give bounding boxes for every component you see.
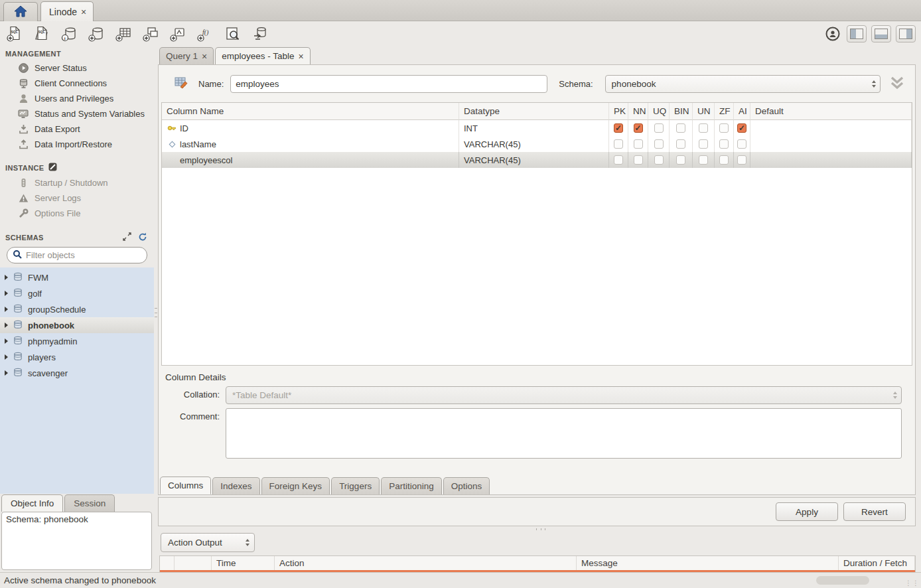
flag-checkbox[interactable] xyxy=(676,123,685,133)
datatype-cell[interactable]: INT xyxy=(459,120,609,136)
default-cell[interactable] xyxy=(750,152,912,168)
home-tab[interactable] xyxy=(3,2,38,21)
data-transfer-icon[interactable] xyxy=(250,25,269,42)
grid-header-ai[interactable]: AI xyxy=(734,103,750,120)
new-sql-tab-icon[interactable]: SQL xyxy=(5,25,24,42)
flag-checkbox[interactable] xyxy=(614,155,623,165)
column-row-lastname[interactable]: lastNameVARCHAR(45) xyxy=(162,136,912,152)
tab-employees-table[interactable]: employees - Table× xyxy=(215,47,311,64)
tab-partitioning[interactable]: Partitioning xyxy=(381,477,442,494)
flag-checkbox[interactable] xyxy=(699,155,708,165)
toggle-left-panel-icon[interactable] xyxy=(847,25,867,42)
tab-indexes[interactable]: Indexes xyxy=(212,477,259,494)
grid-header-column-name[interactable]: Column Name xyxy=(162,103,459,120)
create-procedure-icon[interactable] xyxy=(169,25,187,42)
tab-foreign-keys[interactable]: Foreign Keys xyxy=(261,477,330,494)
flag-checkbox[interactable] xyxy=(737,155,746,165)
flag-checkbox[interactable] xyxy=(654,155,664,165)
user-circle-icon[interactable] xyxy=(823,25,842,42)
grid-header-zf[interactable]: ZF xyxy=(715,103,734,120)
flag-checkbox[interactable] xyxy=(634,155,643,165)
close-tab-icon[interactable]: × xyxy=(81,7,86,17)
flag-checkbox[interactable] xyxy=(654,123,664,133)
tab-object-info[interactable]: Object Info xyxy=(1,494,63,512)
apply-button[interactable]: Apply xyxy=(776,502,838,521)
output-header-time[interactable]: Time xyxy=(212,556,275,570)
column-row-employeescol[interactable]: employeescolVARCHAR(45) xyxy=(162,152,912,168)
flag-checkbox[interactable]: ✓ xyxy=(614,123,623,133)
schema-item-phonebook[interactable]: phonebook xyxy=(0,317,154,333)
flag-checkbox[interactable] xyxy=(699,139,708,149)
sidebar-item-data-import-restore[interactable]: Data Import/Restore xyxy=(0,137,154,152)
expand-schemas-icon[interactable] xyxy=(123,232,131,242)
create-table-icon[interactable] xyxy=(114,25,133,42)
schema-item-scavenger[interactable]: scavenger xyxy=(0,365,154,381)
flag-checkbox[interactable] xyxy=(614,139,623,149)
column-row-id[interactable]: IDINT✓✓✓ xyxy=(162,120,912,136)
datatype-cell[interactable]: VARCHAR(45) xyxy=(459,136,609,152)
expand-header-icon[interactable] xyxy=(888,76,906,92)
flag-checkbox[interactable] xyxy=(699,123,708,133)
create-function-icon[interactable]: f() xyxy=(196,25,214,42)
open-sql-script-icon[interactable]: SQL xyxy=(33,25,51,42)
expander-icon[interactable] xyxy=(5,307,8,312)
expander-icon[interactable] xyxy=(5,354,8,360)
flag-checkbox[interactable] xyxy=(634,139,643,149)
table-inspector-icon[interactable] xyxy=(223,25,242,42)
schema-item-fwm[interactable]: FWM xyxy=(0,269,154,285)
output-header-blank[interactable] xyxy=(175,556,212,570)
expander-icon[interactable] xyxy=(5,370,8,376)
grid-header-bin[interactable]: BIN xyxy=(670,103,693,120)
schema-select[interactable]: phonebook xyxy=(605,75,881,93)
grid-header-un[interactable]: UN xyxy=(693,103,715,120)
flag-checkbox[interactable] xyxy=(719,155,729,165)
schema-item-phpmyadmin[interactable]: phpmyadmin xyxy=(0,333,154,349)
grid-header-nn[interactable]: NN xyxy=(628,103,648,120)
default-cell[interactable] xyxy=(750,136,912,152)
table-name-input[interactable] xyxy=(230,75,547,93)
tab-columns[interactable]: Columns xyxy=(160,477,211,494)
close-icon[interactable]: × xyxy=(202,52,207,61)
flag-checkbox[interactable] xyxy=(737,139,746,149)
output-header-message[interactable]: Message xyxy=(577,556,839,570)
db-info-icon[interactable]: i xyxy=(60,25,78,42)
flag-checkbox[interactable]: ✓ xyxy=(634,123,643,133)
datatype-cell[interactable]: VARCHAR(45) xyxy=(459,152,609,168)
flag-checkbox[interactable] xyxy=(719,123,729,133)
flag-checkbox[interactable] xyxy=(676,155,685,165)
sidebar-item-status-and-system-variables[interactable]: Status and System Variables xyxy=(0,106,154,121)
flag-checkbox[interactable] xyxy=(719,139,729,149)
schema-item-golf[interactable]: golf xyxy=(0,285,154,301)
flag-checkbox[interactable] xyxy=(676,139,685,149)
grid-header-pk[interactable]: PK xyxy=(609,103,628,120)
revert-button[interactable]: Revert xyxy=(843,502,906,521)
default-cell[interactable] xyxy=(750,120,912,136)
refresh-schemas-icon[interactable] xyxy=(138,232,147,242)
output-selector[interactable]: Action Output xyxy=(161,533,255,552)
grid-header-default[interactable]: Default xyxy=(750,103,912,120)
expander-icon[interactable] xyxy=(5,338,8,344)
expander-icon[interactable] xyxy=(5,291,8,296)
create-view-icon[interactable] xyxy=(141,25,160,42)
tab-query-1[interactable]: Query 1× xyxy=(159,47,214,64)
expander-icon[interactable] xyxy=(5,275,8,280)
grid-header-uq[interactable]: UQ xyxy=(648,103,670,120)
create-schema-icon[interactable] xyxy=(87,25,106,42)
sidebar-item-data-export[interactable]: Data Export xyxy=(0,121,154,137)
comment-textarea[interactable] xyxy=(226,408,902,459)
filter-box[interactable] xyxy=(7,247,147,263)
tab-triggers[interactable]: Triggers xyxy=(331,477,380,494)
collation-select[interactable]: *Table Default* xyxy=(226,386,902,404)
output-header-duration-fetch[interactable]: Duration / Fetch xyxy=(839,556,915,570)
schema-item-groupschedule[interactable]: groupSchedule xyxy=(0,301,154,317)
sidebar-item-server-status[interactable]: Server Status xyxy=(0,60,154,76)
output-header-blank[interactable] xyxy=(160,556,175,570)
close-icon[interactable]: × xyxy=(299,52,304,61)
resize-grip[interactable]: ⋮⋮ xyxy=(905,579,920,587)
sidebar-item-client-connections[interactable]: Client Connections xyxy=(0,76,154,91)
schema-item-players[interactable]: players xyxy=(0,349,154,365)
sidebar-item-users-and-privileges[interactable]: Users and Privileges xyxy=(0,91,154,106)
statusbar-scrollbar-thumb[interactable] xyxy=(816,576,869,585)
toggle-bottom-panel-icon[interactable] xyxy=(871,25,891,42)
flag-checkbox[interactable]: ✓ xyxy=(737,123,746,133)
